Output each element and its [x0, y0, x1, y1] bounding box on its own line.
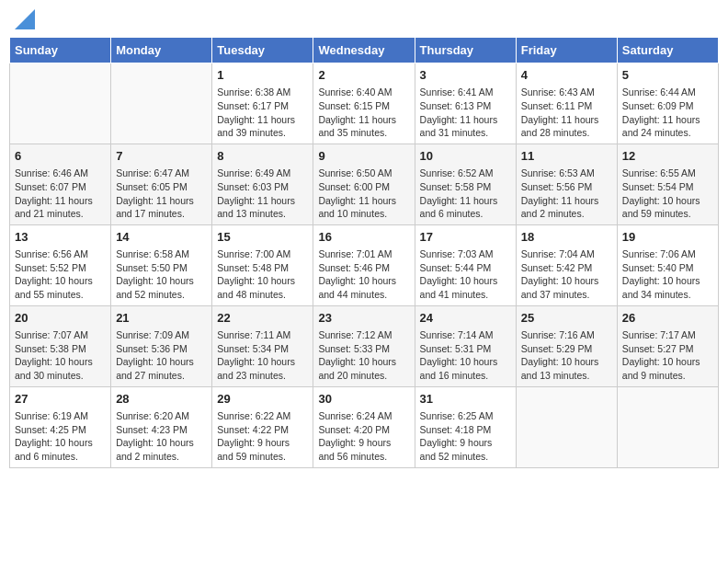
- calendar-cell: 24Sunrise: 7:14 AM Sunset: 5:31 PM Dayli…: [415, 305, 516, 386]
- day-number: 3: [420, 67, 511, 84]
- calendar-cell: 22Sunrise: 7:11 AM Sunset: 5:34 PM Dayli…: [212, 305, 313, 386]
- day-detail: Sunrise: 7:14 AM Sunset: 5:31 PM Dayligh…: [420, 328, 511, 383]
- calendar-week-1: 1Sunrise: 6:38 AM Sunset: 6:17 PM Daylig…: [10, 63, 719, 144]
- day-detail: Sunrise: 6:53 AM Sunset: 5:56 PM Dayligh…: [521, 167, 612, 221]
- day-number: 23: [318, 310, 409, 327]
- day-detail: Sunrise: 7:12 AM Sunset: 5:33 PM Dayligh…: [318, 328, 409, 383]
- day-detail: Sunrise: 7:09 AM Sunset: 5:36 PM Dayligh…: [116, 328, 207, 383]
- calendar-cell: 30Sunrise: 6:24 AM Sunset: 4:20 PM Dayli…: [313, 386, 415, 467]
- col-header-monday: Monday: [111, 38, 212, 63]
- calendar-cell: 14Sunrise: 6:58 AM Sunset: 5:50 PM Dayli…: [111, 224, 212, 305]
- day-number: 22: [217, 310, 308, 327]
- day-detail: Sunrise: 6:40 AM Sunset: 6:15 PM Dayligh…: [318, 86, 409, 140]
- calendar-cell: 13Sunrise: 6:56 AM Sunset: 5:52 PM Dayli…: [10, 224, 111, 305]
- day-detail: Sunrise: 6:52 AM Sunset: 5:58 PM Dayligh…: [420, 167, 511, 221]
- calendar-cell: 5Sunrise: 6:44 AM Sunset: 6:09 PM Daylig…: [617, 63, 718, 144]
- day-detail: Sunrise: 6:58 AM Sunset: 5:50 PM Dayligh…: [116, 247, 207, 302]
- day-number: 17: [420, 229, 511, 246]
- calendar-cell: 9Sunrise: 6:50 AM Sunset: 6:00 PM Daylig…: [313, 144, 415, 224]
- calendar-cell: 12Sunrise: 6:55 AM Sunset: 5:54 PM Dayli…: [617, 144, 718, 224]
- page-header: [9, 9, 719, 29]
- col-header-friday: Friday: [516, 38, 617, 63]
- day-detail: Sunrise: 7:06 AM Sunset: 5:40 PM Dayligh…: [622, 247, 713, 302]
- day-detail: Sunrise: 6:41 AM Sunset: 6:13 PM Dayligh…: [420, 86, 511, 140]
- col-header-tuesday: Tuesday: [212, 38, 313, 63]
- day-detail: Sunrise: 6:49 AM Sunset: 6:03 PM Dayligh…: [217, 167, 308, 221]
- calendar-cell: 25Sunrise: 7:16 AM Sunset: 5:29 PM Dayli…: [516, 305, 617, 386]
- day-number: 10: [420, 148, 511, 165]
- calendar-cell: 20Sunrise: 7:07 AM Sunset: 5:38 PM Dayli…: [10, 305, 111, 386]
- day-number: 27: [15, 391, 106, 408]
- calendar-cell: 31Sunrise: 6:25 AM Sunset: 4:18 PM Dayli…: [415, 386, 516, 467]
- day-number: 29: [217, 391, 308, 408]
- day-number: 2: [318, 67, 409, 84]
- day-detail: Sunrise: 7:16 AM Sunset: 5:29 PM Dayligh…: [521, 328, 612, 383]
- day-detail: Sunrise: 6:56 AM Sunset: 5:52 PM Dayligh…: [15, 247, 106, 302]
- svg-marker-0: [15, 9, 35, 29]
- day-detail: Sunrise: 7:00 AM Sunset: 5:48 PM Dayligh…: [217, 247, 308, 302]
- calendar-cell: 8Sunrise: 6:49 AM Sunset: 6:03 PM Daylig…: [212, 144, 313, 224]
- day-detail: Sunrise: 6:25 AM Sunset: 4:18 PM Dayligh…: [420, 409, 511, 464]
- day-number: 15: [217, 229, 308, 246]
- day-number: 18: [521, 229, 612, 246]
- day-detail: Sunrise: 6:55 AM Sunset: 5:54 PM Dayligh…: [622, 167, 713, 221]
- calendar-cell: 21Sunrise: 7:09 AM Sunset: 5:36 PM Dayli…: [111, 305, 212, 386]
- day-number: 26: [622, 310, 713, 327]
- calendar-cell: 4Sunrise: 6:43 AM Sunset: 6:11 PM Daylig…: [516, 63, 617, 144]
- calendar-cell: 23Sunrise: 7:12 AM Sunset: 5:33 PM Dayli…: [313, 305, 415, 386]
- day-number: 13: [15, 229, 106, 246]
- calendar-cell: 19Sunrise: 7:06 AM Sunset: 5:40 PM Dayli…: [617, 224, 718, 305]
- day-detail: Sunrise: 6:43 AM Sunset: 6:11 PM Dayligh…: [521, 86, 612, 140]
- day-number: 25: [521, 310, 612, 327]
- calendar-cell: 29Sunrise: 6:22 AM Sunset: 4:22 PM Dayli…: [212, 386, 313, 467]
- day-detail: Sunrise: 7:04 AM Sunset: 5:42 PM Dayligh…: [521, 247, 612, 302]
- col-header-sunday: Sunday: [10, 38, 111, 63]
- day-detail: Sunrise: 6:44 AM Sunset: 6:09 PM Dayligh…: [622, 86, 713, 140]
- day-number: 19: [622, 229, 713, 246]
- day-number: 4: [521, 67, 612, 84]
- day-number: 12: [622, 148, 713, 165]
- calendar-cell: 15Sunrise: 7:00 AM Sunset: 5:48 PM Dayli…: [212, 224, 313, 305]
- calendar-week-2: 6Sunrise: 6:46 AM Sunset: 6:07 PM Daylig…: [10, 144, 719, 224]
- day-detail: Sunrise: 6:20 AM Sunset: 4:23 PM Dayligh…: [116, 409, 207, 464]
- calendar-week-5: 27Sunrise: 6:19 AM Sunset: 4:25 PM Dayli…: [10, 386, 719, 467]
- calendar-cell: 26Sunrise: 7:17 AM Sunset: 5:27 PM Dayli…: [617, 305, 718, 386]
- calendar-cell: 2Sunrise: 6:40 AM Sunset: 6:15 PM Daylig…: [313, 63, 415, 144]
- day-number: 30: [318, 391, 409, 408]
- day-number: 14: [116, 229, 207, 246]
- calendar-cell: 18Sunrise: 7:04 AM Sunset: 5:42 PM Dayli…: [516, 224, 617, 305]
- day-number: 21: [116, 310, 207, 327]
- calendar-cell: 11Sunrise: 6:53 AM Sunset: 5:56 PM Dayli…: [516, 144, 617, 224]
- day-number: 11: [521, 148, 612, 165]
- calendar-week-3: 13Sunrise: 6:56 AM Sunset: 5:52 PM Dayli…: [10, 224, 719, 305]
- day-detail: Sunrise: 6:46 AM Sunset: 6:07 PM Dayligh…: [15, 167, 106, 221]
- day-number: 24: [420, 310, 511, 327]
- day-detail: Sunrise: 7:07 AM Sunset: 5:38 PM Dayligh…: [15, 328, 106, 383]
- calendar-cell: 16Sunrise: 7:01 AM Sunset: 5:46 PM Dayli…: [313, 224, 415, 305]
- day-number: 9: [318, 148, 409, 165]
- day-detail: Sunrise: 6:22 AM Sunset: 4:22 PM Dayligh…: [217, 409, 308, 464]
- day-detail: Sunrise: 7:17 AM Sunset: 5:27 PM Dayligh…: [622, 328, 713, 383]
- calendar-week-4: 20Sunrise: 7:07 AM Sunset: 5:38 PM Dayli…: [10, 305, 719, 386]
- logo-icon: [15, 9, 35, 29]
- logo: [13, 9, 35, 29]
- day-number: 5: [622, 67, 713, 84]
- day-detail: Sunrise: 6:24 AM Sunset: 4:20 PM Dayligh…: [318, 409, 409, 464]
- calendar-cell: 3Sunrise: 6:41 AM Sunset: 6:13 PM Daylig…: [415, 63, 516, 144]
- calendar-cell: 28Sunrise: 6:20 AM Sunset: 4:23 PM Dayli…: [111, 386, 212, 467]
- calendar-cell: [617, 386, 718, 467]
- day-number: 31: [420, 391, 511, 408]
- day-detail: Sunrise: 6:47 AM Sunset: 6:05 PM Dayligh…: [116, 167, 207, 221]
- calendar-table: SundayMondayTuesdayWednesdayThursdayFrid…: [9, 37, 719, 468]
- day-number: 1: [217, 67, 308, 84]
- day-number: 8: [217, 148, 308, 165]
- day-detail: Sunrise: 6:38 AM Sunset: 6:17 PM Dayligh…: [217, 86, 308, 140]
- calendar-cell: 1Sunrise: 6:38 AM Sunset: 6:17 PM Daylig…: [212, 63, 313, 144]
- day-number: 7: [116, 148, 207, 165]
- calendar-cell: [111, 63, 212, 144]
- day-detail: Sunrise: 7:03 AM Sunset: 5:44 PM Dayligh…: [420, 247, 511, 302]
- col-header-saturday: Saturday: [617, 38, 718, 63]
- calendar-cell: 27Sunrise: 6:19 AM Sunset: 4:25 PM Dayli…: [10, 386, 111, 467]
- calendar-cell: 17Sunrise: 7:03 AM Sunset: 5:44 PM Dayli…: [415, 224, 516, 305]
- calendar-cell: 10Sunrise: 6:52 AM Sunset: 5:58 PM Dayli…: [415, 144, 516, 224]
